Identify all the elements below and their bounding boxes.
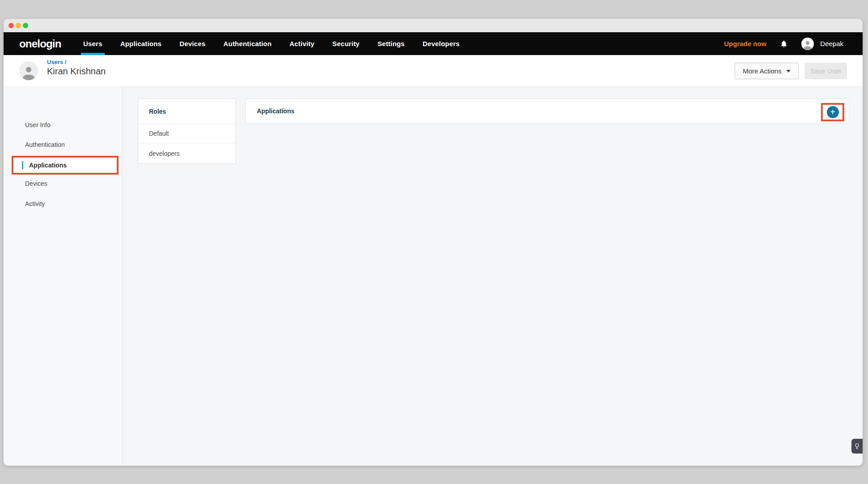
breadcrumb[interactable]: Users / [47,59,66,65]
page-title: Kiran Krishnan [47,66,106,77]
primary-nav: Users Applications Devices Authenticatio… [83,32,460,55]
onelogin-logo[interactable]: onelogin [19,38,61,50]
role-row-default[interactable]: Default [138,124,235,143]
top-navbar: onelogin Users Applications Devices Auth… [4,32,863,55]
more-actions-label: More Actions [743,67,782,75]
minimize-window-button[interactable] [16,23,21,28]
user-avatar[interactable] [801,38,814,50]
sidebar-item-authentication[interactable]: Authentication [4,135,122,154]
active-indicator-bar [22,161,23,169]
close-window-button[interactable] [9,23,14,28]
nav-tab-applications[interactable]: Applications [120,32,162,55]
sidebar-item-label: Applications [29,162,67,169]
roles-panel-title: Roles [149,108,166,115]
roles-panel-header: Roles [138,99,235,124]
plus-icon: + [830,107,835,116]
notifications-bell-icon[interactable] [780,40,788,48]
browser-window: onelogin Users Applications Devices Auth… [4,19,863,466]
role-row-developers[interactable]: developers [138,143,235,163]
maximize-window-button[interactable] [23,23,28,28]
save-user-label: Save User [810,67,841,75]
nav-tab-settings[interactable]: Settings [378,32,405,55]
user-menu-name: Deepak [820,40,843,47]
upgrade-now-link[interactable]: Upgrade now [724,40,766,47]
window-titlebar [4,19,863,32]
user-menu[interactable]: Deepak [801,38,843,50]
profile-avatar [19,61,38,80]
applications-panel: Applications + [245,99,849,124]
sidebar-item-applications[interactable]: Applications [12,156,119,175]
sidebar-item-user-info[interactable]: User Info [4,115,122,135]
caret-down-icon [786,70,791,73]
roles-panel: Roles Default developers [138,99,236,164]
nav-tab-security[interactable]: Security [332,32,360,55]
nav-tab-authentication[interactable]: Authentication [223,32,272,55]
more-actions-button[interactable]: More Actions [735,63,799,79]
save-user-button[interactable]: Save User [804,63,847,79]
lightbulb-icon [854,443,860,450]
user-section-sidebar: User Info Authentication Applications De… [4,87,123,466]
nav-tab-activity[interactable]: Activity [289,32,315,55]
help-lightbulb-tab[interactable] [851,439,863,454]
annotation-highlight-box: + [821,103,844,121]
nav-tab-users[interactable]: Users [83,32,102,55]
sidebar-item-devices[interactable]: Devices [4,174,122,193]
nav-tab-devices[interactable]: Devices [179,32,205,55]
page-header: Users / Kiran Krishnan More Actions Save… [4,55,863,87]
sidebar-item-activity[interactable]: Activity [4,194,122,214]
content-area: User Info Authentication Applications De… [4,87,863,466]
applications-panel-title: Applications [257,107,294,115]
nav-tab-developers[interactable]: Developers [422,32,460,55]
navbar-right-cluster: Upgrade now Deepak [724,32,843,55]
add-application-button[interactable]: + [827,106,839,118]
